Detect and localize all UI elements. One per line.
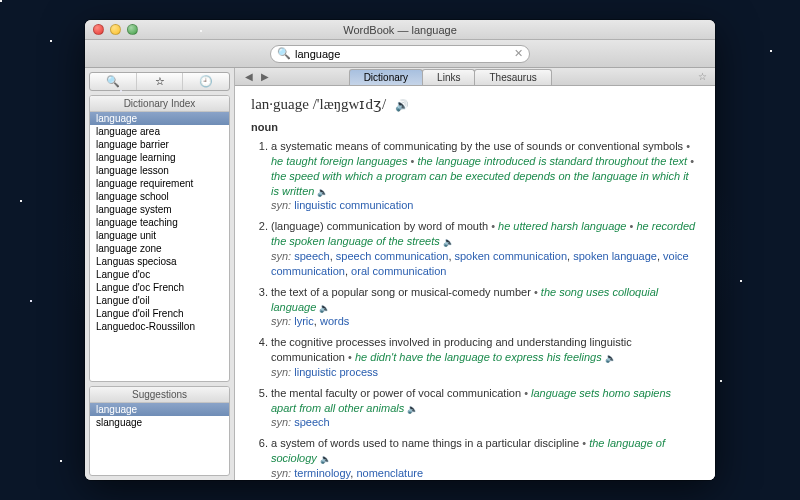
example: the speed with which a program can be ex… [271,170,689,197]
definition: a systematic means of communicating by t… [271,140,683,152]
app-window: WordBook — language 🔍 ✕ 🔍 ☆ 🕘 Dictionary… [85,20,715,480]
example: he didn't have the language to express h… [355,351,602,363]
sense-item: the mental faculty or power of vocal com… [271,386,699,431]
close-button[interactable] [93,24,104,35]
part-of-speech: noun [251,120,699,135]
sense-item: a systematic means of communicating by t… [271,139,699,213]
suggestions-panel: Suggestions languageslanguage [89,386,230,476]
synonym-link[interactable]: words [320,315,349,327]
minimize-button[interactable] [110,24,121,35]
index-item[interactable]: language area [90,125,229,138]
sidebar: 🔍 ☆ 🕘 Dictionary Index languagelanguage … [85,68,235,480]
headword: lan·guage /'læŋgwɪdʒ/ [251,96,386,112]
sense-item: (language) communication by word of mout… [271,219,699,278]
index-item[interactable]: language lesson [90,164,229,177]
search-field[interactable]: 🔍 ✕ [270,45,530,63]
main-pane: ◀ ▶ DictionaryLinksThesaurus ☆ lan·guage… [235,68,715,480]
clear-search-icon[interactable]: ✕ [514,47,523,60]
sense-audio-icon[interactable]: 🔈 [317,187,328,197]
sense-audio-icon[interactable]: 🔈 [407,404,418,414]
tabbar: ◀ ▶ DictionaryLinksThesaurus ☆ [235,68,715,86]
tab-dictionary[interactable]: Dictionary [349,69,423,85]
index-item[interactable]: Languedoc-Roussillon [90,320,229,333]
index-item[interactable]: language barrier [90,138,229,151]
index-item[interactable]: Langue d'oc French [90,281,229,294]
synonym-link[interactable]: linguistic communication [294,199,413,211]
syn-label: syn: [271,416,291,428]
example: he uttered harsh language [498,220,626,232]
index-item[interactable]: language [90,112,229,125]
tab-links[interactable]: Links [422,69,475,85]
sidebar-mode-history[interactable]: 🕘 [183,73,229,90]
suggestion-item[interactable]: language [90,403,229,416]
example: he taught foreign languages [271,155,407,167]
syn-label: syn: [271,366,291,378]
syn-label: syn: [271,467,291,479]
synonym-link[interactable]: nomenclature [356,467,423,479]
dictionary-index-list[interactable]: languagelanguage arealanguage barrierlan… [90,112,229,381]
sense-item: a system of words used to name things in… [271,436,699,480]
suggestion-item[interactable]: slanguage [90,416,229,429]
suggestions-title: Suggestions [90,387,229,403]
syn-label: syn: [271,250,291,262]
definition: the text of a popular song or musical-co… [271,286,531,298]
index-item[interactable]: language requirement [90,177,229,190]
syn-label: syn: [271,315,291,327]
window-title: WordBook — language [85,24,715,36]
sense-audio-icon[interactable]: 🔈 [605,353,616,363]
sidebar-mode-favorites[interactable]: ☆ [137,73,184,90]
synonym-link[interactable]: speech communication [336,250,449,262]
sense-item: the cognitive processes involved in prod… [271,335,699,380]
titlebar: WordBook — language [85,20,715,40]
definition: a system of words used to name things in… [271,437,579,449]
traffic-lights [85,24,138,35]
senses-list: a systematic means of communicating by t… [251,139,699,480]
synonym-link[interactable]: spoken communication [455,250,568,262]
sense-audio-icon[interactable]: 🔈 [319,303,330,313]
sense-audio-icon[interactable]: 🔈 [443,237,454,247]
tabs: DictionaryLinksThesaurus [349,69,551,85]
toolbar: 🔍 ✕ [85,40,715,68]
synonym-link[interactable]: lyric [294,315,314,327]
tab-thesaurus[interactable]: Thesaurus [474,69,551,85]
favorite-toggle[interactable]: ☆ [690,71,715,82]
synonym-link[interactable]: speech [294,250,329,262]
zoom-button[interactable] [127,24,138,35]
sidebar-mode-switch: 🔍 ☆ 🕘 [89,72,230,91]
search-input[interactable] [295,48,514,60]
index-item[interactable]: Langue d'oc [90,268,229,281]
synonym-link[interactable]: spoken language [573,250,657,262]
synonym-link[interactable]: linguistic process [294,366,378,378]
index-item[interactable]: language teaching [90,216,229,229]
sense-audio-icon[interactable]: 🔈 [320,454,331,464]
index-item[interactable]: language unit [90,229,229,242]
search-icon: 🔍 [277,47,291,60]
synonym-link[interactable]: oral communication [351,265,446,277]
definition: (language) communication by word of mout… [271,220,488,232]
synonym-link[interactable]: terminology [294,467,350,479]
definition: the mental faculty or power of vocal com… [271,387,521,399]
index-item[interactable]: Langue d'oil French [90,307,229,320]
index-item[interactable]: language system [90,203,229,216]
sidebar-mode-search[interactable]: 🔍 [90,73,137,90]
sense-item: the text of a popular song or musical-co… [271,285,699,330]
entry-content: lan·guage /'læŋgwɪdʒ/ 🔊 noun a systemati… [235,86,715,480]
index-item[interactable]: language zone [90,242,229,255]
suggestions-list[interactable]: languageslanguage [90,403,229,429]
nav-forward-button[interactable]: ▶ [257,71,273,82]
synonym-link[interactable]: speech [294,416,329,428]
index-item[interactable]: Languas speciosa [90,255,229,268]
syn-label: syn: [271,199,291,211]
index-item[interactable]: language school [90,190,229,203]
nav-back-button[interactable]: ◀ [241,71,257,82]
index-item[interactable]: Langue d'oil [90,294,229,307]
example: the language introduced is standard thro… [417,155,687,167]
pronounce-button[interactable]: 🔊 [395,99,409,111]
dictionary-index-title: Dictionary Index [90,96,229,112]
dictionary-index-panel: Dictionary Index languagelanguage areala… [89,95,230,382]
index-item[interactable]: language learning [90,151,229,164]
